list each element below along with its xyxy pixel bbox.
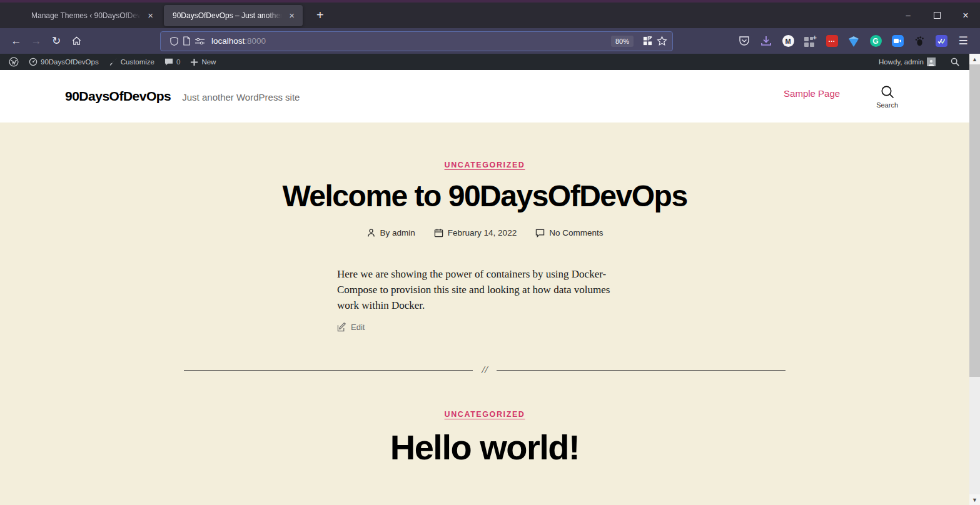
lastpass-icon[interactable]: ··· (823, 32, 841, 50)
plus-icon (190, 58, 198, 66)
site-tagline: Just another WordPress site (182, 92, 300, 102)
page-content: UNCATEGORIZED Welcome to 90DaysOfDevOps … (0, 122, 969, 505)
new-content-menu[interactable]: New (185, 54, 221, 70)
tab-site-active[interactable]: 90DaysOfDevOps – Just another Wo × (164, 5, 303, 26)
url-port: :8000 (245, 36, 266, 46)
m-badge: M (782, 35, 794, 47)
category-link[interactable]: UNCATEGORIZED (445, 161, 525, 169)
customize-menu[interactable]: Customize (104, 54, 159, 70)
site-title[interactable]: 90DaysOfDevOps (65, 89, 171, 104)
maximize-icon (934, 12, 941, 19)
toolbar-extensions: M + ··· G ☰ (735, 32, 972, 50)
scroll-up-button[interactable]: ▲ (969, 54, 980, 64)
gem-icon (849, 39, 859, 47)
separator-line (497, 370, 786, 371)
home-icon (72, 36, 81, 46)
tracking-protection-shield-icon[interactable] (169, 36, 179, 46)
blocks-icon: + (804, 36, 816, 47)
grammarly-badge: G (870, 35, 882, 47)
nav-link-sample-page[interactable]: Sample Page (784, 88, 840, 99)
comment-count: 0 (176, 58, 180, 66)
scrollbar-thumb[interactable] (969, 64, 980, 377)
tab-close-icon[interactable]: × (287, 10, 296, 21)
customize-brush-icon (109, 58, 118, 66)
wp-admin-bar: 90DaysOfDevOps Customize 0 New Howdy, ad… (0, 54, 969, 70)
gem-extension-icon[interactable] (845, 32, 862, 50)
scroll-down-button[interactable]: ▼ (969, 494, 980, 505)
zoom-level-badge[interactable]: 80% (611, 36, 634, 47)
edit-link[interactable]: Edit (337, 322, 632, 332)
home-button[interactable] (66, 32, 86, 51)
grammarly-icon[interactable]: G (867, 32, 884, 50)
tab-close-icon[interactable]: × (146, 10, 155, 21)
vertical-scrollbar[interactable]: ▲ ▼ (969, 54, 980, 505)
adminbar-search-button[interactable] (946, 58, 964, 66)
post-meta: By admin February 14, 2022 No Comments (0, 228, 969, 238)
permissions-toggles-icon[interactable] (194, 37, 205, 46)
close-button[interactable]: × (951, 2, 980, 28)
wordpress-logo-icon (9, 57, 19, 67)
search-icon (880, 84, 895, 99)
header-search[interactable]: Search (876, 84, 898, 109)
separator-line (184, 370, 473, 371)
lastpass-dots: ··· (826, 35, 838, 47)
edit-label: Edit (351, 322, 365, 332)
checkmarks-badge (936, 35, 947, 47)
site-name-menu[interactable]: 90DaysOfDevOps (24, 54, 104, 70)
post-author[interactable]: By admin (366, 228, 415, 238)
site-header: 90DaysOfDevOps Just another WordPress si… (0, 70, 969, 122)
site-name-label: 90DaysOfDevOps (41, 58, 99, 66)
post-separator: // (184, 364, 786, 376)
downloads-icon[interactable] (757, 32, 775, 50)
wp-logo-menu[interactable] (4, 54, 24, 70)
back-button[interactable]: ← (6, 32, 26, 51)
pocket-icon[interactable] (735, 32, 753, 50)
new-tab-button[interactable]: + (311, 7, 329, 24)
post-category: UNCATEGORIZED (0, 408, 969, 419)
date-label: February 14, 2022 (448, 228, 517, 238)
comments-label: No Comments (549, 228, 603, 238)
menu-button[interactable]: ☰ (954, 32, 972, 50)
url-text[interactable]: localhost:8000 (211, 36, 611, 46)
person-icon (366, 228, 376, 238)
separator-glyph: // (482, 364, 487, 376)
camera-icon (892, 35, 904, 47)
post-category: UNCATEGORIZED (0, 159, 969, 170)
search-icon (951, 58, 959, 66)
gnome-foot-icon[interactable] (911, 32, 928, 50)
reload-button[interactable]: ↻ (46, 32, 66, 51)
post-date[interactable]: February 14, 2022 (434, 228, 517, 238)
screenshot-extension-icon[interactable] (642, 36, 653, 46)
search-label: Search (876, 101, 898, 109)
post-comments[interactable]: No Comments (535, 228, 603, 238)
bookmark-star-icon[interactable] (657, 36, 667, 46)
edit-pencil-icon (337, 322, 346, 332)
video-call-extension-icon[interactable] (889, 32, 906, 50)
customize-label: Customize (121, 58, 154, 66)
window-controls: – × (894, 2, 980, 28)
forward-button[interactable]: → (26, 32, 46, 51)
url-bar[interactable]: localhost:8000 80% (160, 31, 673, 51)
category-link[interactable]: UNCATEGORIZED (445, 410, 525, 419)
dashboard-icon (29, 58, 38, 66)
blocks-extension-icon[interactable]: + (801, 32, 819, 50)
calendar-icon (434, 228, 443, 238)
tab-title: Manage Themes ‹ 90DaysOfDevOps (31, 11, 141, 20)
avatar (927, 58, 936, 66)
browser-window: Manage Themes ‹ 90DaysOfDevOps × 90DaysO… (0, 0, 980, 505)
navigation-toolbar: ← → ↻ localhost:8000 80% (0, 28, 980, 54)
comment-icon (535, 229, 545, 238)
tab-bar: Manage Themes ‹ 90DaysOfDevOps × 90DaysO… (0, 0, 980, 28)
maximize-button[interactable] (922, 2, 951, 28)
my-account-menu[interactable]: Howdy, admin (874, 58, 941, 66)
howdy-label: Howdy, admin (879, 58, 924, 66)
page-info-icon[interactable] (183, 36, 191, 46)
post-title: Welcome to 90DaysOfDevOps (0, 179, 969, 213)
m-extension-icon[interactable]: M (779, 32, 797, 50)
post-title: Hello world! (0, 427, 969, 468)
checkmarks-extension-icon[interactable] (932, 32, 950, 50)
comments-menu[interactable]: 0 (159, 54, 185, 70)
minimize-button[interactable]: – (894, 2, 922, 28)
post-body: Here we are showing the power of contain… (337, 266, 632, 313)
tab-manage-themes[interactable]: Manage Themes ‹ 90DaysOfDevOps × (23, 5, 161, 26)
